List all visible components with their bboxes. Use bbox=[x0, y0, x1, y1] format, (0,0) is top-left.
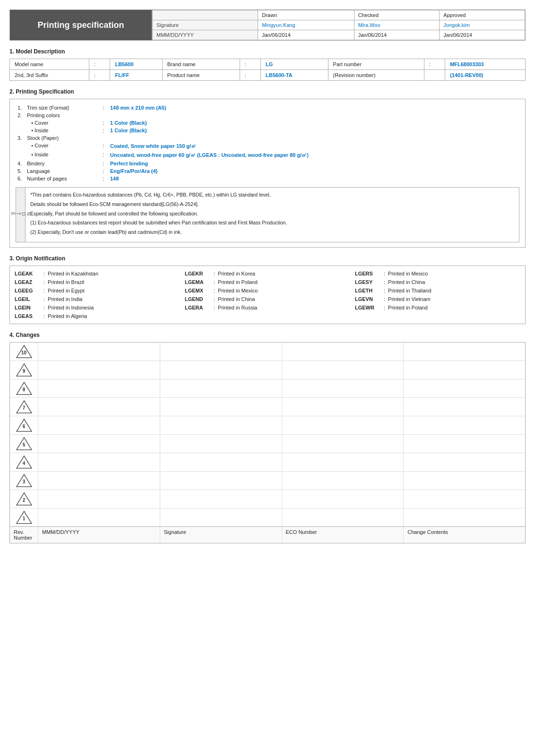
checked-date: Jan/06/2014 bbox=[354, 30, 440, 40]
notes-content: *This part contains Eco-hazardous substa… bbox=[26, 188, 519, 242]
origin-title: 3. Origin Notification bbox=[9, 255, 526, 263]
model-name-label: Model name bbox=[10, 59, 89, 70]
origin-code-lgera: LGERA bbox=[185, 305, 211, 310]
rev-cell-10: 10 bbox=[10, 343, 38, 361]
triangle-num-10: 10 bbox=[21, 350, 26, 355]
footer-contents: Change Contents bbox=[404, 527, 525, 543]
spec-val-lang: Eng/Fra/Por/Ara (4) bbox=[108, 167, 519, 175]
model-table: Model name : LB5600 Brand name : LG Part… bbox=[9, 59, 526, 81]
spec-colon-2 bbox=[101, 112, 108, 119]
changes-cell-4-1 bbox=[160, 453, 282, 471]
origin-lgemx: LGEMX : Printed in Mexico bbox=[185, 287, 350, 294]
drawn-label: Drawn bbox=[258, 10, 354, 20]
changes-cell-2-3 bbox=[404, 490, 525, 508]
changes-cell-10-0 bbox=[38, 343, 160, 361]
triangle-10: 10 bbox=[16, 344, 33, 359]
changes-cell-10-3 bbox=[404, 343, 525, 361]
origin-grid: LGEAK : Printed in Kazakhstan LGEKR : Pr… bbox=[15, 270, 520, 320]
colon4: : bbox=[89, 70, 110, 81]
changes-cell-3-1 bbox=[160, 472, 282, 490]
origin-desc-lgeth: Printed in Thailand bbox=[388, 288, 431, 293]
triangle-num-3: 3 bbox=[23, 479, 26, 484]
approved-label: Approved bbox=[440, 10, 525, 20]
origin-code-lgema: LGEMA bbox=[185, 279, 211, 285]
spec-num-cover bbox=[16, 119, 25, 127]
product-name-val: LB5600-TA bbox=[261, 70, 328, 81]
triangle-num-6: 6 bbox=[23, 423, 26, 429]
spec-colon-inside: : bbox=[101, 127, 108, 134]
printing-spec-title: 2. Printing Specification bbox=[9, 88, 526, 96]
spec-val-pages: 148 bbox=[108, 175, 519, 182]
origin-code-lgewr: LGEWR bbox=[355, 305, 381, 310]
colon2: : bbox=[240, 59, 260, 70]
origin-desc-lgekr: Printed in Korea bbox=[218, 271, 255, 276]
triangle-num-8: 8 bbox=[23, 387, 26, 392]
model-description-section: 1. Model Description Model name : LB5600… bbox=[9, 48, 526, 81]
note-4: (1) Eco-hazardous substances test report… bbox=[30, 219, 514, 227]
origin-code-lgeas: LGEAS bbox=[15, 313, 41, 319]
colon5: : bbox=[240, 70, 260, 81]
changes-title: 4. Changes bbox=[9, 332, 526, 339]
changes-cell-5-0 bbox=[38, 435, 160, 453]
part-number-label: Part number bbox=[328, 59, 424, 70]
spec-row-colors: 2. Printing colors bbox=[16, 112, 519, 119]
brand-name-val: LG bbox=[261, 59, 328, 70]
spec-row-inside: • Inside : 1 Color (Black) bbox=[16, 127, 519, 134]
origin-code-lgers: LGERS bbox=[355, 271, 381, 276]
changes-cell-1-2 bbox=[282, 508, 404, 526]
spec-val-bindery: Perfect binding bbox=[108, 160, 519, 167]
revision-val: (1401-REV00) bbox=[445, 70, 526, 81]
origin-desc-lgeas: Printed in Algeria bbox=[48, 313, 87, 319]
changes-cell-2-0 bbox=[38, 490, 160, 508]
changes-footer: Rev. Number MMM/DD/YYYY Signature ECO Nu… bbox=[10, 526, 525, 543]
origin-desc-lgeak: Printed in Kazakhstan bbox=[48, 271, 98, 276]
note-2: Details should be followed Eco-SCM manag… bbox=[30, 201, 514, 208]
spec-val-ip: Uncoated, wood-free paper 60 g/㎡ (LGEAS … bbox=[108, 151, 519, 160]
origin-lgewr: LGEWR : Printed in Poland bbox=[355, 304, 520, 311]
triangle-2: 2 bbox=[16, 492, 33, 506]
drawn-date: Jan/06/2014 bbox=[258, 30, 354, 40]
changes-cell-9-2 bbox=[282, 361, 404, 379]
changes-rows: 10 9 8 7 6 bbox=[10, 343, 525, 526]
spec-row-bindery: 4. Bindery : Perfect binding bbox=[16, 160, 519, 167]
sig-label bbox=[153, 10, 258, 20]
spec-label-stock: Stock (Paper) bbox=[25, 134, 101, 142]
origin-desc-lgein: Printed in Indonesia bbox=[48, 305, 94, 310]
changes-cell-7-0 bbox=[38, 398, 160, 416]
changes-cell-5-1 bbox=[160, 435, 282, 453]
changes-cell-7-3 bbox=[404, 398, 525, 416]
date-label: MMM/DD/YYYY bbox=[153, 30, 258, 40]
origin-lgeeg: LGEEG : Printed in Egypt bbox=[15, 287, 180, 294]
origin-code-lgend: LGEND bbox=[185, 296, 211, 302]
changes-cell-5-3 bbox=[404, 435, 525, 453]
spec-colon-cover: : bbox=[101, 119, 108, 127]
origin-lgema: LGEMA : Printed in Poland bbox=[185, 278, 350, 286]
origin-section: 3. Origin Notification LGEAK : Printed i… bbox=[9, 255, 526, 324]
spec-colon-1: : bbox=[101, 104, 108, 112]
origin-desc-lgewr: Printed in Poland bbox=[388, 305, 428, 310]
footer-date: MMM/DD/YYYY bbox=[38, 527, 160, 543]
footer-sig: Signature bbox=[160, 527, 282, 543]
note-5: (2) Especially, Don't use or contain lea… bbox=[30, 229, 514, 236]
changes-section: 4. Changes 10 9 8 7 bbox=[9, 332, 526, 543]
triangle-num-7: 7 bbox=[23, 405, 26, 410]
changes-cell-2-1 bbox=[160, 490, 282, 508]
rev-cell-8: 8 bbox=[10, 379, 38, 397]
spec-num-ip bbox=[16, 151, 25, 160]
spec-label-inside: • Inside bbox=[25, 127, 101, 134]
note-3: Especially, Part should be followed and … bbox=[30, 210, 514, 218]
origin-lgesy: LGESY : Printed in China bbox=[355, 278, 520, 286]
changes-cell-7-2 bbox=[282, 398, 404, 416]
drawn-sig: Mingyun.Kang bbox=[258, 20, 354, 30]
origin-lgekr: LGEKR : Printed in Korea bbox=[185, 270, 350, 277]
spec-row-cover-paper: • Cover : Coated, Snow white paper 150 g… bbox=[16, 142, 519, 151]
origin-code-lgein: LGEIN bbox=[15, 305, 41, 310]
spec-label-ip: • Inside bbox=[25, 151, 101, 160]
spec-label-colors: Printing colors bbox=[25, 112, 101, 119]
changes-cell-6-3 bbox=[404, 416, 525, 434]
approved-sig: Jongok.kim bbox=[440, 20, 525, 30]
origin-code-lgemx: LGEMX bbox=[185, 288, 211, 293]
spec-val-inside: 1 Color (Black) bbox=[108, 127, 519, 134]
changes-cell-8-2 bbox=[282, 379, 404, 397]
spec-row-lang: 5. Language : Eng/Fra/Por/Ara (4) bbox=[16, 167, 519, 175]
